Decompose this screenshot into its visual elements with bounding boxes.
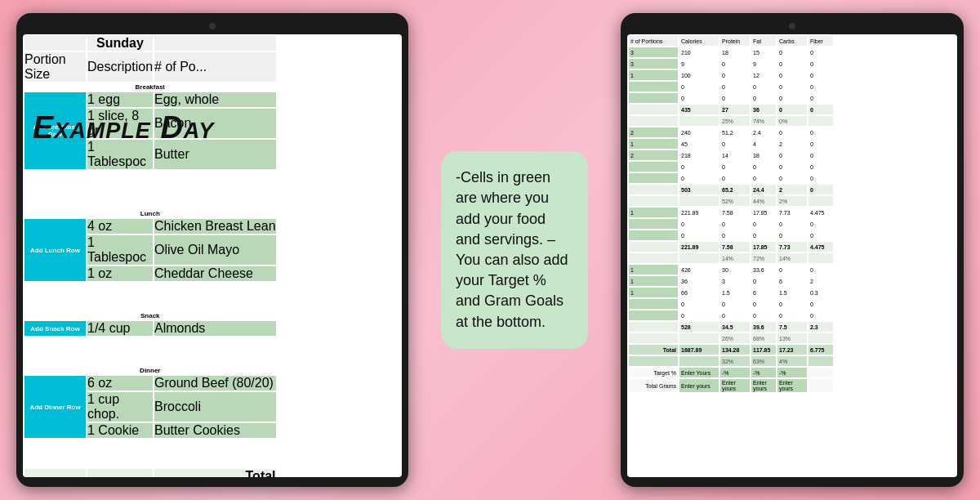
add-snack-button[interactable]: Add Snack Row bbox=[24, 321, 86, 336]
bf-row1-portion[interactable]: 1 egg bbox=[87, 92, 153, 107]
r-bf4-portions[interactable] bbox=[629, 82, 678, 92]
dn-row2-desc[interactable]: Broccoli bbox=[154, 392, 276, 422]
r-grand-total-label: Total bbox=[629, 345, 678, 355]
r-bf3-fiber: 0 bbox=[808, 70, 833, 80]
r-target-protein[interactable]: -% bbox=[720, 368, 750, 377]
header-empty-1 bbox=[24, 36, 86, 51]
sn-row1-portion[interactable]: 1/4 cup bbox=[87, 321, 153, 336]
r-bf-total-cal: 435 bbox=[679, 105, 719, 114]
r-header-fat: Fat bbox=[751, 36, 776, 46]
right-tablet-screen: # of Portions Calories Protein Fat Carbs… bbox=[627, 34, 957, 477]
callout-text: -Cells in green are where you add your f… bbox=[456, 169, 568, 329]
ln-row2-desc[interactable]: Olive Oil Mayo bbox=[154, 235, 276, 265]
r-total-grams-prot[interactable]: Enter yours bbox=[720, 379, 750, 392]
r-bf-total-empty bbox=[629, 105, 678, 114]
add-breakfast-button[interactable]: Add Breakfast Row bbox=[24, 92, 86, 169]
left-tablet: Example Day Sunday Portion Size Descript… bbox=[16, 13, 408, 487]
r-bf1-fat: 15 bbox=[751, 47, 776, 57]
r-bf2-cal: 9 bbox=[679, 59, 719, 69]
bf-row2-portion[interactable]: 1 slice, 8 gr bbox=[87, 109, 153, 138]
r-total-grams-label: Total Grams bbox=[629, 379, 678, 392]
r-target-fat[interactable]: -% bbox=[751, 368, 776, 377]
r-bf1-carbs: 0 bbox=[777, 47, 807, 57]
add-dinner-button[interactable]: Add Dinner Row bbox=[24, 376, 86, 438]
tablet-camera-right bbox=[789, 23, 795, 29]
r-grand-total-cal: 1687.89 bbox=[679, 345, 719, 355]
left-tablet-screen: Example Day Sunday Portion Size Descript… bbox=[23, 34, 402, 477]
r-total-grams-cal[interactable]: Enter yours bbox=[679, 379, 719, 392]
r-bf-pct-carbs: 0% bbox=[777, 116, 807, 126]
r-bf-pct-prot: 25% bbox=[720, 116, 750, 126]
r-header-calories: Calories bbox=[679, 36, 719, 46]
r-bf2-portions[interactable]: 3 bbox=[629, 59, 678, 69]
left-table: Sunday Portion Size Description # of Po.… bbox=[23, 34, 278, 477]
r-header-fiber: Fiber bbox=[808, 36, 833, 46]
header-portions: # of Po... bbox=[154, 52, 276, 82]
dn-row2-portion[interactable]: 1 cup chop. bbox=[87, 392, 153, 422]
dn-row3-desc[interactable]: Butter Cookies bbox=[154, 423, 276, 438]
r-bf1-prot: 18 bbox=[720, 47, 750, 57]
dn-row1-desc[interactable]: Ground Beef (80/20) bbox=[154, 376, 276, 391]
r-target-label: Target % bbox=[629, 368, 678, 377]
r-bf-pct-fat: 74% bbox=[751, 116, 776, 126]
tablet-camera-left bbox=[209, 23, 216, 29]
r-bf1-fiber: 0 bbox=[808, 47, 833, 57]
snack-header: Snack bbox=[24, 312, 276, 319]
header-empty-2 bbox=[154, 36, 276, 51]
r-total-grams-fat[interactable]: Enter yours bbox=[751, 379, 776, 392]
r-header-carbs: Carbs bbox=[777, 36, 807, 46]
ln-row2-portion[interactable]: 1 Tablespoc bbox=[87, 235, 153, 265]
header-sunday: Sunday bbox=[87, 36, 153, 51]
bf-row2-desc[interactable]: Bacon bbox=[154, 109, 276, 138]
right-spreadsheet: # of Portions Calories Protein Fat Carbs… bbox=[627, 34, 957, 477]
right-table: # of Portions Calories Protein Fat Carbs… bbox=[627, 34, 835, 394]
ln-row1-portion[interactable]: 4 oz bbox=[87, 219, 153, 234]
r-header-protein: Protein bbox=[720, 36, 750, 46]
r-bf-total-carbs: 0 bbox=[777, 105, 807, 114]
ln-row3-desc[interactable]: Cheddar Cheese bbox=[154, 266, 276, 281]
bf-row3-desc[interactable]: Butter bbox=[154, 140, 276, 169]
header-portion-size: Portion Size bbox=[24, 52, 86, 82]
r-target-carbs[interactable]: -% bbox=[777, 368, 807, 377]
dn-row3-portion[interactable]: 1 Cookie bbox=[87, 423, 153, 438]
dn-row1-portion[interactable]: 6 oz bbox=[87, 376, 153, 391]
left-total-label: Total bbox=[154, 469, 276, 477]
r-bf-total-fiber: 0 bbox=[808, 105, 833, 114]
r-bf-total-prot: 27 bbox=[720, 105, 750, 114]
ln-row3-portion[interactable]: 1 oz bbox=[87, 266, 153, 281]
lunch-header: Lunch bbox=[24, 210, 276, 217]
breakfast-header: Breakfast bbox=[24, 83, 276, 91]
r-total-grams-carbs[interactable]: Enter yours bbox=[777, 379, 807, 392]
r-bf2-fat: 9 bbox=[751, 59, 776, 69]
r-bf3-carbs: 0 bbox=[777, 70, 807, 80]
r-bf2-carbs: 0 bbox=[777, 59, 807, 69]
add-lunch-button[interactable]: Add Lunch Row bbox=[24, 219, 86, 281]
left-spreadsheet: Example Day Sunday Portion Size Descript… bbox=[23, 34, 402, 477]
r-bf3-prot: 0 bbox=[720, 70, 750, 80]
r-bf-total-fat: 36 bbox=[751, 105, 776, 114]
header-description: Description bbox=[87, 52, 153, 82]
bf-row1-desc[interactable]: Egg, whole bbox=[154, 92, 276, 107]
sn-row1-desc[interactable]: Almonds bbox=[154, 321, 276, 336]
r-bf4-cal: 0 bbox=[679, 82, 719, 92]
dinner-header: Dinner bbox=[24, 367, 276, 374]
r-bf3-fat: 12 bbox=[751, 70, 776, 80]
bf-row3-portion[interactable]: 1 Tablespoc bbox=[87, 140, 153, 169]
callout-box: -Cells in green are where you add your f… bbox=[441, 151, 588, 349]
r-bf2-prot: 0 bbox=[720, 59, 750, 69]
r-bf3-portions[interactable]: 1 bbox=[629, 70, 678, 80]
r-bf1-cal: 210 bbox=[679, 47, 719, 57]
right-tablet: # of Portions Calories Protein Fat Carbs… bbox=[621, 13, 964, 487]
ln-row1-desc[interactable]: Chicken Breast Lean bbox=[154, 219, 276, 234]
r-target-calories[interactable]: Enter Yours bbox=[679, 368, 719, 377]
r-bf3-cal: 100 bbox=[679, 70, 719, 80]
r-bf2-fiber: 0 bbox=[808, 59, 833, 69]
r-ln-total-cal: 503 bbox=[679, 185, 719, 194]
r-bf1-portions[interactable]: 3 bbox=[629, 47, 678, 57]
r-header-portions: # of Portions bbox=[629, 36, 678, 46]
